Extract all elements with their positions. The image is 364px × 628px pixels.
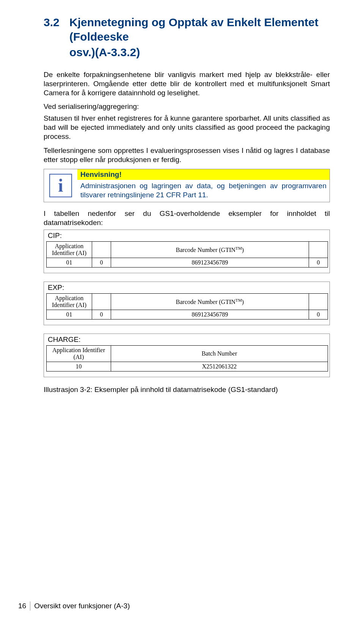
section-heading: 3.2 Kjennetegning og Opptak av Enkelt El… [44,15,330,44]
example-cip: CIP: Application Identifier (AI) Barcode… [44,230,330,273]
example-exp: EXP: Application Identifier (AI) Barcode… [44,282,330,325]
exp-c3: 0 [309,310,328,320]
table-intro: I tabellen nedenfor ser du GS1-overholde… [44,209,330,228]
table-row: 10 X2512061322 [47,362,328,371]
charge-table: Application Identifier (AI) Batch Number… [46,345,328,371]
exp-h3 [309,294,328,310]
exp-c0: 01 [47,310,92,320]
figure-caption: Illustrasjon 3-2: Eksempler på innhold t… [44,386,330,394]
page-number: 16 [18,602,26,610]
example-charge: CHARGE: Application Identifier (AI) Batc… [44,334,330,377]
exp-table: Application Identifier (AI) Barcode Numb… [46,293,328,320]
note-text: Administrasjonen og lagringen av data, o… [77,180,329,202]
cip-c2: 869123456789 [111,258,309,268]
heading-line1: Kjennetegning og Opptak av Enkelt Elemen… [69,15,330,44]
exp-h0: Application Identifier (AI) [47,294,92,310]
table-row: 01 0 869123456789 0 [47,310,328,320]
note-title: Henvisning! [77,169,329,180]
cip-table: Application Identifier (AI) Barcode Numb… [46,241,328,268]
example-charge-label: CHARGE: [48,335,328,344]
exp-h1 [92,294,111,310]
footer-section: Oversikt over funksjoner (A-3) [34,602,130,610]
charge-c0: 10 [47,362,111,371]
cip-c3: 0 [309,258,328,268]
cip-h2: Barcode Number (GTINTM) [111,242,309,258]
table-header-row: Application Identifier (AI) Barcode Numb… [47,294,328,310]
exp-c2: 869123456789 [111,310,309,320]
page-footer: 16 Oversikt over funksjoner (A-3) [18,601,130,611]
exp-c1: 0 [92,310,111,320]
exp-h2: Barcode Number (GTINTM) [111,294,309,310]
paragraph-2: Ved serialisering/aggregering: [44,102,330,111]
table-header-row: Application Identifier (AI) Batch Number [47,346,328,362]
heading-line2: osv.)(A-3.3.2) [69,45,330,60]
footer-divider [30,601,30,611]
charge-h0: Application Identifier (AI) [47,346,111,362]
info-icon: i [49,174,72,197]
cip-c1: 0 [92,258,111,268]
table-header-row: Application Identifier (AI) Barcode Numb… [47,242,328,258]
heading-number: 3.2 [44,15,69,30]
cip-h0: Application Identifier (AI) [47,242,92,258]
example-cip-label: CIP: [48,231,328,240]
cip-h3 [309,242,328,258]
paragraph-3: Statusen til hver enhet registreres for … [44,114,330,142]
table-row: 01 0 869123456789 0 [47,258,328,268]
paragraph-1: De enkelte forpakningsenhetene blir vanl… [44,70,330,98]
cip-c0: 01 [47,258,92,268]
charge-c1: X2512061322 [111,362,328,371]
example-exp-label: EXP: [48,283,328,292]
charge-h1: Batch Number [111,346,328,362]
paragraph-4: Tellerlesningene som opprettes I evaluer… [44,146,330,165]
note-box: i Henvisning! Administrasjonen og lagrin… [44,169,330,202]
cip-h1 [92,242,111,258]
